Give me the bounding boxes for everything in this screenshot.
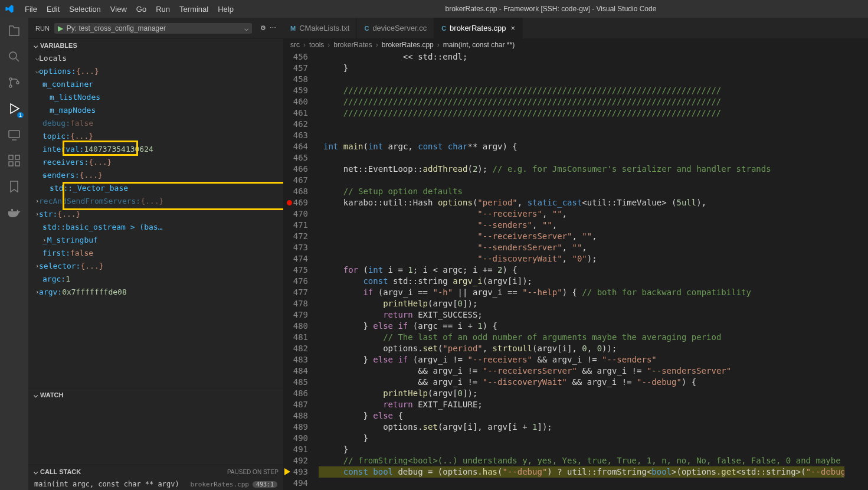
- crumb-item[interactable]: brokerRates: [333, 41, 372, 49]
- more-icon[interactable]: ⋯: [270, 24, 276, 32]
- variable-row[interactable]: ›std::basic_ostream > (bas…: [28, 221, 283, 234]
- svg-rect-12: [11, 209, 13, 211]
- chevron-down-icon: ⌵: [31, 41, 40, 50]
- watch-section: ⌵WATCH: [28, 388, 283, 465]
- menu-terminal[interactable]: Terminal: [175, 5, 213, 14]
- variables-header[interactable]: ⌵VARIABLES: [28, 39, 283, 52]
- menu-run[interactable]: Run: [151, 5, 175, 14]
- search-icon[interactable]: [6, 48, 22, 65]
- menubar: FileEditSelectionViewGoRunTerminalHelp b…: [0, 0, 868, 18]
- variables-section: ⌵VARIABLES ⌵Locals⌵options: {...}⌵m_cont…: [28, 38, 283, 388]
- variable-row[interactable]: ›receivers: {...}: [28, 156, 283, 169]
- chevron-down-icon: ⌵: [31, 391, 40, 399]
- menu-view[interactable]: View: [106, 5, 132, 14]
- svg-rect-4: [9, 130, 19, 138]
- tab-CMakeLists.txt[interactable]: MCMakeLists.txt: [283, 18, 357, 38]
- bookmark-icon[interactable]: [6, 178, 22, 195]
- activity-bar: 1: [0, 18, 28, 490]
- variable-row[interactable]: ›str: {...}: [28, 208, 283, 221]
- frame-function: main(int argc, const char ** argv): [34, 480, 179, 488]
- sidebar: RUN ▶ Py: test_cross_config_manager ⌵ ⚙ …: [28, 18, 283, 490]
- variable-row[interactable]: ›std::_Vector_base: [28, 182, 283, 195]
- frame-file: brokerRates.cpp: [191, 481, 249, 488]
- tab-label: brokerRates.cpp: [450, 24, 506, 32]
- scope-locals[interactable]: ⌵Locals: [28, 52, 283, 65]
- callstack-frame[interactable]: main(int argc, const char ** argv) broke…: [28, 478, 283, 490]
- variable-row[interactable]: ›topic: {...}: [28, 130, 283, 143]
- variable-row[interactable]: debug: false: [28, 117, 283, 130]
- menu-edit[interactable]: Edit: [42, 5, 64, 14]
- source-control-icon[interactable]: [6, 74, 22, 91]
- tab-bar: MCMakeLists.txtCdeviceServer.ccCbrokerRa…: [283, 18, 868, 38]
- tab-brokerRates.cpp[interactable]: CbrokerRates.cpp×: [434, 18, 523, 38]
- tab-label: deviceServer.cc: [372, 24, 427, 32]
- editor: MCMakeLists.txtCdeviceServer.ccCbrokerRa…: [283, 18, 868, 490]
- file-icon: M: [290, 25, 296, 32]
- crumb-item[interactable]: tools: [309, 41, 324, 49]
- close-icon[interactable]: ×: [510, 24, 515, 32]
- svg-point-0: [9, 52, 17, 59]
- crumb-item[interactable]: src: [290, 41, 300, 49]
- variable-row[interactable]: ›recAndSendFromServers: {...}: [28, 195, 283, 208]
- code-lines[interactable]: << std::endl; } ////////////////////////…: [319, 51, 844, 490]
- variable-row[interactable]: ›m_listNodes: [28, 91, 283, 104]
- variable-row[interactable]: ›m_mapNodes: [28, 104, 283, 117]
- docker-icon[interactable]: [6, 204, 22, 221]
- gutter[interactable]: 4564574584594604614624634644654664674684…: [283, 51, 319, 490]
- svg-rect-7: [9, 162, 13, 166]
- menu-help[interactable]: Help: [213, 5, 238, 14]
- explorer-icon[interactable]: [6, 22, 22, 39]
- config-name: Py: test_cross_config_manager: [67, 24, 166, 32]
- svg-rect-8: [15, 162, 19, 166]
- svg-rect-6: [15, 155, 19, 159]
- watch-header[interactable]: ⌵WATCH: [28, 388, 283, 401]
- menu-selection[interactable]: Selection: [64, 5, 105, 14]
- variable-row[interactable]: ›selector: {...}: [28, 260, 283, 273]
- variable-row[interactable]: ⌵options: {...}: [28, 65, 283, 78]
- svg-point-3: [17, 81, 19, 84]
- file-icon: C: [441, 25, 446, 32]
- file-icon: C: [364, 25, 369, 32]
- run-title: RUN: [35, 25, 50, 32]
- run-header: RUN ▶ Py: test_cross_config_manager ⌵ ⚙ …: [28, 18, 283, 38]
- minimap[interactable]: [844, 51, 868, 490]
- tab-deviceServer.cc[interactable]: CdeviceServer.cc: [357, 18, 434, 38]
- crumb-item[interactable]: main(int, const char **): [443, 41, 515, 49]
- crumb-item[interactable]: brokerRates.cpp: [382, 41, 434, 49]
- variable-row[interactable]: ›_M_stringbuf: [28, 234, 283, 247]
- extensions-icon[interactable]: [6, 152, 22, 169]
- callstack-header[interactable]: ⌵CALL STACKPAUSED ON STEP: [28, 465, 283, 478]
- remote-icon[interactable]: [6, 126, 22, 143]
- window-title: brokerRates.cpp - Framework [SSH: code-g…: [238, 5, 863, 13]
- callstack-section: ⌵CALL STACKPAUSED ON STEP main(int argc,…: [28, 465, 283, 490]
- variable-row[interactable]: argc: 1: [28, 273, 283, 286]
- tab-label: CMakeLists.txt: [299, 24, 349, 32]
- variable-row[interactable]: first: false: [28, 247, 283, 260]
- svg-point-2: [9, 85, 12, 87]
- code-area[interactable]: 4564574584594604614624634644654664674684…: [283, 51, 868, 490]
- frame-line: 493:1: [253, 481, 277, 488]
- variable-row[interactable]: ⌵m_container: [28, 78, 283, 91]
- svg-rect-5: [9, 155, 13, 159]
- gear-icon[interactable]: ⚙: [260, 24, 266, 32]
- chevron-down-icon: ⌵: [244, 24, 248, 32]
- variable-row[interactable]: ›argv: 0x7fffffffde08: [28, 286, 283, 299]
- chevron-down-icon: ⌵: [31, 468, 40, 476]
- variable-row[interactable]: interval: 140737354130624: [28, 143, 283, 156]
- play-icon: ▶: [58, 24, 63, 32]
- paused-status: PAUSED ON STEP: [227, 469, 283, 475]
- variable-row[interactable]: ⌵senders: {...}: [28, 169, 283, 182]
- run-debug-icon[interactable]: 1: [6, 100, 22, 117]
- svg-point-1: [9, 78, 12, 80]
- menu-file[interactable]: File: [20, 5, 42, 14]
- vscode-logo-icon: [5, 4, 14, 14]
- breadcrumb[interactable]: src›tools›brokerRates›brokerRates.cpp›ma…: [283, 38, 868, 51]
- debug-config-selector[interactable]: ▶ Py: test_cross_config_manager ⌵: [54, 23, 252, 34]
- menu-go[interactable]: Go: [132, 5, 151, 14]
